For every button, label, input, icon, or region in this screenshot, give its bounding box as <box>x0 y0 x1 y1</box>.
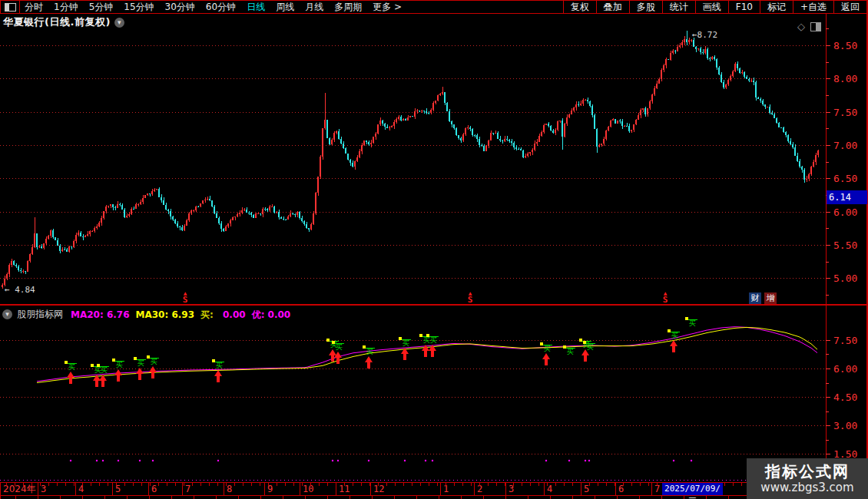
svg-text:10: 10 <box>303 484 313 494</box>
svg-text:6.00: 6.00 <box>833 207 857 218</box>
svg-text:买: 买 <box>403 339 409 347</box>
svg-text:8: 8 <box>227 484 232 494</box>
svg-text:3: 3 <box>41 484 46 494</box>
svg-text:买: 买 <box>544 345 551 352</box>
last-price-tag: 6.14 <box>827 190 867 204</box>
svg-text:买: 买 <box>336 343 343 351</box>
svg-text:2024年: 2024年 <box>3 484 36 494</box>
badge-财[interactable]: 财 <box>749 292 761 304</box>
indicator-header: ▾ 股朋指标网 MA20: 6.76MA30: 6.93买: 0.00优: 0.… <box>2 306 297 322</box>
svg-text:←8.72: ←8.72 <box>692 30 717 40</box>
svg-text:买: 买 <box>151 358 157 365</box>
indicator-values: MA20: 6.76MA30: 6.93买: 0.00优: 0.00 <box>71 306 297 322</box>
watermark-title: 指标公式网 <box>765 462 850 481</box>
svg-text:12: 12 <box>373 484 384 494</box>
svg-text:8.50: 8.50 <box>833 40 857 51</box>
svg-text:4.50: 4.50 <box>833 392 857 403</box>
svg-text:7.50: 7.50 <box>833 335 857 346</box>
svg-text:8.00: 8.00 <box>833 73 857 84</box>
indicator-value: MA30: 6.93 <box>136 309 195 320</box>
svg-text:4: 4 <box>547 484 552 494</box>
svg-text:S: S <box>468 295 473 305</box>
svg-text:买: 买 <box>366 348 373 355</box>
svg-text:← 4.84: ← 4.84 <box>5 285 35 295</box>
svg-text:6.00: 6.00 <box>833 363 857 375</box>
chevron-down-icon[interactable]: ▾ <box>114 18 124 28</box>
current-date-tag: 2025/07/09/三 <box>662 483 723 495</box>
svg-text:S: S <box>183 295 188 305</box>
badge-增[interactable]: 增 <box>764 292 777 304</box>
svg-text:S: S <box>663 295 668 305</box>
diamond-icon[interactable]: ◇ <box>797 21 805 32</box>
svg-text:买: 买 <box>137 359 144 367</box>
svg-text:买: 买 <box>587 343 594 351</box>
price-chart[interactable]: 8.508.007.507.006.506.005.505.007.506.00… <box>0 0 868 499</box>
svg-text:3.00: 3.00 <box>833 420 857 431</box>
chart-title-row[interactable]: 华夏银行(日线.前复权) ▾ <box>3 15 124 29</box>
svg-text:7.50: 7.50 <box>833 107 857 118</box>
svg-text:买: 买 <box>216 362 223 369</box>
indicator-source-label[interactable]: 股朋指标网 <box>17 308 63 321</box>
watermark: 指标公式网 www.zbgs3.com <box>747 458 868 499</box>
svg-text:5.50: 5.50 <box>833 240 857 251</box>
svg-text:5.00: 5.00 <box>833 273 857 284</box>
svg-text:买: 买 <box>116 361 123 368</box>
chevron-down-icon[interactable]: ▾ <box>2 309 12 319</box>
svg-text:买: 买 <box>430 336 437 344</box>
svg-text:7: 7 <box>185 484 190 494</box>
chart-corner-icons: ◇ <box>797 21 821 32</box>
svg-text:7.00: 7.00 <box>833 140 857 151</box>
app-window: 分时1分钟5分钟15分钟30分钟60分钟日线周线月线多周期更多 > 复权叠加多股… <box>0 0 868 499</box>
svg-text:买: 买 <box>671 332 678 339</box>
svg-text:买: 买 <box>423 336 430 344</box>
split-pane-icon[interactable] <box>810 22 821 31</box>
indicator-value: 0.00 <box>223 309 246 320</box>
page-title: 华夏银行(日线.前复权) <box>3 15 111 29</box>
svg-text:4: 4 <box>78 484 84 494</box>
watermark-url: www.zbgs3.com <box>760 481 853 495</box>
svg-text:买: 买 <box>101 366 108 374</box>
svg-text:买: 买 <box>68 363 75 371</box>
svg-text:买: 买 <box>689 319 696 327</box>
indicator-value: MA20: 6.76 <box>71 309 130 320</box>
indicator-value: 优: 0.00 <box>252 309 291 320</box>
indicator-value: 买: <box>200 309 217 320</box>
svg-text:5: 5 <box>584 484 589 494</box>
svg-text:买: 买 <box>567 348 574 355</box>
svg-text:6.50: 6.50 <box>833 173 857 184</box>
svg-text:6: 6 <box>151 484 157 494</box>
